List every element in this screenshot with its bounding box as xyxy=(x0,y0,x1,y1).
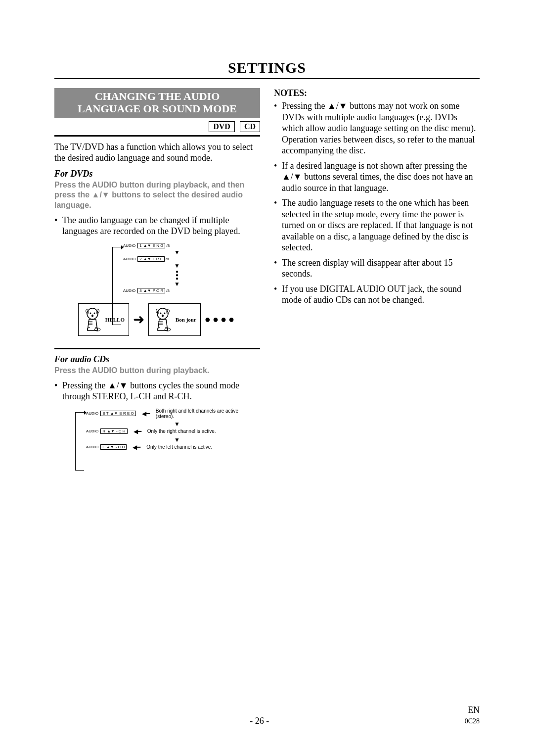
divider xyxy=(54,135,260,137)
triangle-icon: ▲▼ xyxy=(143,288,151,293)
down-arrow-icon: ▼ xyxy=(140,249,214,255)
audio-num: R xyxy=(102,429,105,433)
triangle-icon: ▲▼ xyxy=(143,243,151,248)
list-item: The audio language resets to the one whi… xyxy=(274,197,480,253)
audio-box: 8 ▲▼ P O R xyxy=(137,288,165,293)
audio-code: - C H xyxy=(116,429,126,433)
triangle-icon: ▲▼ xyxy=(107,429,115,433)
audio-box: L ▲▼ - C H xyxy=(100,444,127,450)
page-footer: - 26 - EN 0C28 xyxy=(54,705,480,726)
right-arrow-icon: ➜ xyxy=(133,311,144,328)
list-item: If a desired language is not shown after… xyxy=(274,160,480,194)
svg-point-2 xyxy=(93,312,95,314)
left-arrow-icon: ◀━ xyxy=(133,444,140,451)
for-dvds-heading: For DVDs xyxy=(54,169,260,179)
audio-num: 2 xyxy=(139,257,141,261)
cd-audio-diagram: AUDIO S T ▲▼ E R E O ◀━ Both right and l… xyxy=(54,408,260,453)
triangle-icon: ▲▼ xyxy=(106,445,114,449)
disc-tags: DVD CD xyxy=(54,121,260,132)
right-column: NOTES: Pressing the ▲/▼ buttons may not … xyxy=(274,88,480,462)
audio-suffix: /8 xyxy=(166,243,170,248)
audio-code: - C H xyxy=(116,445,125,449)
language-illustration: HELLO ➜ Bon jour ●●●● xyxy=(54,303,260,336)
intro-text: The TV/DVD has a function which allows y… xyxy=(54,142,260,164)
speech-bonjour: Bon jour xyxy=(176,317,196,323)
list-item: The audio language can be changed if mul… xyxy=(54,215,260,237)
girl-icon xyxy=(153,307,173,332)
down-arrow-icon: ▼ xyxy=(140,263,214,269)
audio-code: E N G xyxy=(153,243,164,248)
audio-code: E R E O xyxy=(120,411,134,416)
down-arrow-icon: ▼ xyxy=(103,421,251,427)
svg-point-8 xyxy=(162,314,164,317)
vertical-dots-icon: ●●● xyxy=(140,270,214,280)
audio-num: S T xyxy=(102,411,108,416)
audio-code: F R E xyxy=(153,257,163,261)
svg-point-1 xyxy=(89,312,91,314)
for-cds-heading: For audio CDs xyxy=(54,354,260,365)
loop-arrow-icon xyxy=(112,247,121,325)
notes-list: Pressing the ▲/▼ buttons may not work on… xyxy=(274,100,480,306)
speech-box-bonjour: Bon jour xyxy=(148,303,201,336)
audio-label: AUDIO xyxy=(123,257,135,261)
list-item: Pressing the ▲/▼ buttons may not work on… xyxy=(274,100,480,156)
audio-suffix: /8 xyxy=(166,288,170,293)
audio-box: 2 ▲▼ F R E xyxy=(137,256,165,262)
audio-num: 8 xyxy=(139,288,141,293)
audio-num: L xyxy=(102,445,104,449)
page-title: SETTINGS xyxy=(54,59,480,79)
for-cds-bullets: Pressing the ▲/▼ buttons cycles the soun… xyxy=(54,380,260,402)
disc-tag-cd: CD xyxy=(240,121,260,132)
audio-box: S T ▲▼ E R E O xyxy=(100,411,136,416)
list-item: If you use DIGITAL AUDIO OUT jack, the s… xyxy=(274,284,480,306)
disc-tag-dvd: DVD xyxy=(209,121,235,132)
audio-code: P O R xyxy=(153,288,164,293)
dvd-audio-diagram: AUDIO 1 ▲▼ E N G /8 ▼ AUDIO 2 ▲▼ F R E xyxy=(54,243,260,293)
audio-num: 1 xyxy=(139,243,141,248)
audio-box: R ▲▼ - C H xyxy=(100,428,127,434)
svg-point-6 xyxy=(160,312,161,314)
for-cds-instruction: Press the AUDIO button during playback. xyxy=(54,366,260,376)
down-arrow-icon: ▼ xyxy=(140,281,214,287)
down-arrow-icon: ▼ xyxy=(103,437,251,443)
section-header: CHANGING THE AUDIO LANGUAGE OR SOUND MOD… xyxy=(54,88,260,118)
audio-label: AUDIO xyxy=(86,445,98,449)
cd-desc: Only the left channel is active. xyxy=(146,444,251,450)
audio-label: AUDIO xyxy=(86,411,98,416)
left-arrow-icon: ◀━ xyxy=(142,410,150,417)
page-number: - 26 - xyxy=(250,716,269,726)
for-dvds-instruction: Press the AUDIO button during playback, … xyxy=(54,180,260,211)
for-dvds-bullets: The audio language can be changed if mul… xyxy=(54,215,260,237)
svg-point-7 xyxy=(164,312,165,314)
audio-label: AUDIO xyxy=(86,429,98,433)
audio-label: AUDIO xyxy=(123,243,135,248)
audio-label: AUDIO xyxy=(123,288,135,293)
loop-arrow-icon xyxy=(75,412,84,471)
notes-heading: NOTES: xyxy=(274,88,480,98)
section-header-line1: CHANGING THE AUDIO xyxy=(95,90,220,102)
svg-point-3 xyxy=(91,314,93,317)
triangle-icon: ▲▼ xyxy=(110,411,118,416)
dots-icon: ●●●● xyxy=(205,314,236,325)
svg-point-0 xyxy=(87,308,98,319)
audio-box: 1 ▲▼ E N G xyxy=(137,243,165,248)
divider xyxy=(54,348,260,349)
list-item: Pressing the ▲/▼ buttons cycles the soun… xyxy=(54,380,260,402)
left-column: CHANGING THE AUDIO LANGUAGE OR SOUND MOD… xyxy=(54,88,260,462)
cd-desc: Both right and left channels are active … xyxy=(156,408,251,419)
footer-code: 0C28 xyxy=(465,717,480,725)
section-header-line2: LANGUAGE OR SOUND MODE xyxy=(78,102,237,115)
speech-box-hello: HELLO xyxy=(78,303,129,336)
cd-desc: Only the right channel is active. xyxy=(147,428,251,434)
footer-lang: EN xyxy=(468,705,480,715)
audio-suffix: /8 xyxy=(166,257,169,261)
triangle-icon: ▲▼ xyxy=(143,257,151,261)
list-item: The screen display will disappear after … xyxy=(274,257,480,280)
left-arrow-icon: ◀━ xyxy=(134,428,141,435)
girl-icon xyxy=(83,307,102,332)
svg-point-5 xyxy=(157,308,168,319)
